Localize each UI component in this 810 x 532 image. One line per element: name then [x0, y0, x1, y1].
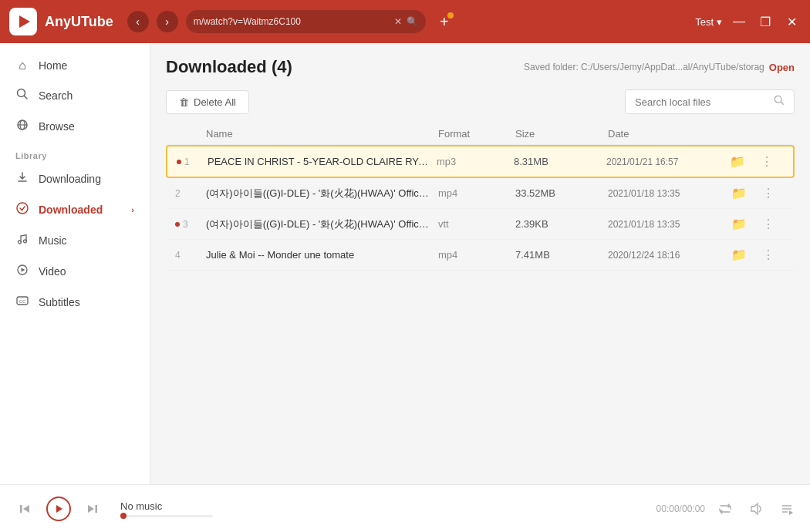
library-label: Library — [0, 142, 150, 163]
table-row[interactable]: 4 Julie & Moi -- Monder une tomate mp4 7… — [166, 240, 795, 271]
sidebar-item-home[interactable]: ⌂ Home — [0, 51, 150, 80]
url-bar: m/watch?v=Waitmz6C100 ✕ 🔍 — [186, 10, 426, 33]
player-repeat-button[interactable] — [714, 498, 736, 520]
table-row[interactable]: 2 (여자)아이들((G)I-DLE) - '화(火花)(HWAA)' Offi… — [166, 178, 795, 209]
row-format-1: mp3 — [437, 156, 514, 167]
url-text: m/watch?v=Waitmz6C100 — [194, 16, 390, 27]
player-queue-button[interactable] — [776, 498, 798, 520]
home-icon: ⌂ — [15, 59, 29, 72]
user-menu-chevron-icon: ▾ — [717, 16, 722, 28]
sidebar-item-subtitles[interactable]: CC Subtitles — [0, 287, 150, 318]
sidebar-item-home-label: Home — [39, 59, 67, 72]
row-num-4: 4 — [175, 250, 206, 261]
nav-back-button[interactable]: ‹ — [127, 11, 149, 32]
svg-marker-19 — [751, 503, 758, 514]
subtitles-icon: CC — [15, 295, 29, 310]
col-folder — [731, 128, 762, 140]
delete-all-label: Delete All — [194, 96, 236, 108]
url-search-icon[interactable]: 🔍 — [407, 16, 418, 27]
row-more-button-3[interactable]: ⋮ — [762, 217, 785, 231]
url-close-icon[interactable]: ✕ — [394, 16, 402, 27]
row-more-button-2[interactable]: ⋮ — [762, 186, 785, 200]
video-icon — [15, 264, 29, 279]
table-row[interactable]: 3 (여자)아이들((G)I-DLE) - '화(火花)(HWAA)' Offi… — [166, 209, 795, 240]
player-bar: No music 00:00/00:00 — [0, 484, 810, 532]
row-more-button-4[interactable]: ⋮ — [762, 247, 785, 262]
row-more-button-1[interactable]: ⋮ — [761, 154, 784, 169]
minimize-button[interactable]: — — [730, 12, 748, 31]
row-name-4: Julie & Moi -- Monder une tomate — [206, 249, 438, 261]
row-folder-button-3[interactable]: 📁 — [731, 217, 762, 231]
col-num — [175, 128, 206, 140]
svg-marker-16 — [56, 505, 62, 513]
app-logo — [9, 8, 37, 35]
player-volume-button[interactable] — [745, 498, 767, 520]
player-play-button[interactable] — [46, 497, 71, 521]
sidebar-item-video-label: Video — [39, 265, 66, 278]
player-next-button[interactable] — [80, 497, 105, 521]
row-folder-button-4[interactable]: 📁 — [731, 247, 762, 262]
saved-folder-info: Saved folder: C:/Users/Jemy/AppDat...al/… — [524, 62, 795, 73]
logo-triangle — [19, 15, 30, 28]
row-dot-icon — [175, 222, 180, 227]
sidebar-item-downloaded-label: Downloaded — [39, 204, 103, 216]
svg-point-5 — [17, 203, 28, 214]
row-size-1: 8.31MB — [514, 156, 606, 167]
svg-marker-9 — [22, 268, 25, 272]
page-title: Downloaded (4) — [166, 57, 292, 77]
row-name-1: PEACE IN CHRIST - 5-YEAR-OLD CLAIRE RYAN… — [208, 156, 437, 167]
row-folder-button-2[interactable]: 📁 — [731, 186, 762, 200]
app-name: AnyUTube — [45, 14, 113, 30]
player-progress-bar[interactable] — [120, 515, 213, 517]
row-date-2: 2021/01/18 13:35 — [608, 188, 731, 199]
player-previous-button[interactable] — [12, 497, 37, 521]
main-layout: ⌂ Home Search Browse Library Downloading — [0, 43, 810, 484]
sidebar-item-browse-label: Browse — [39, 120, 75, 133]
delete-all-button[interactable]: 🗑 Delete All — [166, 90, 249, 114]
player-title: No music — [120, 500, 213, 512]
svg-rect-18 — [96, 505, 98, 513]
sidebar: ⌂ Home Search Browse Library Downloading — [0, 43, 150, 484]
row-num-1: 1 — [177, 157, 208, 167]
row-format-4: mp4 — [438, 249, 515, 261]
nav-forward-button[interactable]: › — [157, 11, 178, 32]
search-nav-icon — [15, 88, 29, 103]
search-local-files[interactable] — [625, 89, 795, 114]
downloads-table: Name Format Size Date 1 PEACE IN CHRIST … — [150, 123, 810, 484]
user-name: Test — [695, 16, 714, 28]
row-format-2: mp4 — [438, 187, 515, 199]
sidebar-item-downloading-label: Downloading — [39, 173, 101, 185]
player-info: No music — [120, 500, 213, 517]
row-num-2: 2 — [175, 188, 206, 199]
music-icon — [15, 233, 29, 248]
user-menu[interactable]: Test ▾ — [695, 16, 722, 28]
sidebar-item-browse[interactable]: Browse — [0, 111, 150, 142]
open-folder-button[interactable]: Open — [769, 62, 795, 73]
content-header: Downloaded (4) Saved folder: C:/Users/Je… — [150, 43, 810, 85]
row-num-3: 3 — [175, 219, 206, 230]
sidebar-item-downloaded[interactable]: Downloaded › — [0, 194, 150, 225]
downloaded-icon — [15, 202, 29, 217]
col-more — [762, 128, 785, 140]
content-area: Downloaded (4) Saved folder: C:/Users/Je… — [150, 43, 810, 484]
row-folder-button-1[interactable]: 📁 — [730, 154, 761, 169]
close-button[interactable]: ✕ — [782, 12, 801, 31]
col-name: Name — [206, 128, 438, 140]
sidebar-item-music[interactable]: Music — [0, 225, 150, 256]
titlebar: AnyUTube ‹ › m/watch?v=Waitmz6C100 ✕ 🔍 +… — [0, 0, 810, 43]
sidebar-item-downloading[interactable]: Downloading — [0, 163, 150, 194]
row-size-3: 2.39KB — [515, 218, 608, 230]
row-dot-icon — [177, 160, 181, 164]
svg-marker-17 — [88, 505, 94, 513]
row-size-4: 7.41MB — [515, 249, 608, 261]
maximize-button[interactable]: ❐ — [756, 12, 775, 31]
row-date-1: 2021/01/21 16:57 — [606, 157, 730, 167]
saved-folder-label: Saved folder: C:/Users/Jemy/AppDat...al/… — [524, 62, 764, 72]
add-tab-button[interactable]: + — [434, 11, 455, 32]
search-local-input[interactable] — [635, 96, 768, 108]
table-row[interactable]: 1 PEACE IN CHRIST - 5-YEAR-OLD CLAIRE RY… — [166, 145, 795, 178]
sidebar-item-search[interactable]: Search — [0, 80, 150, 111]
col-format: Format — [438, 128, 515, 140]
downloading-icon — [15, 171, 29, 187]
sidebar-item-video[interactable]: Video — [0, 256, 150, 287]
